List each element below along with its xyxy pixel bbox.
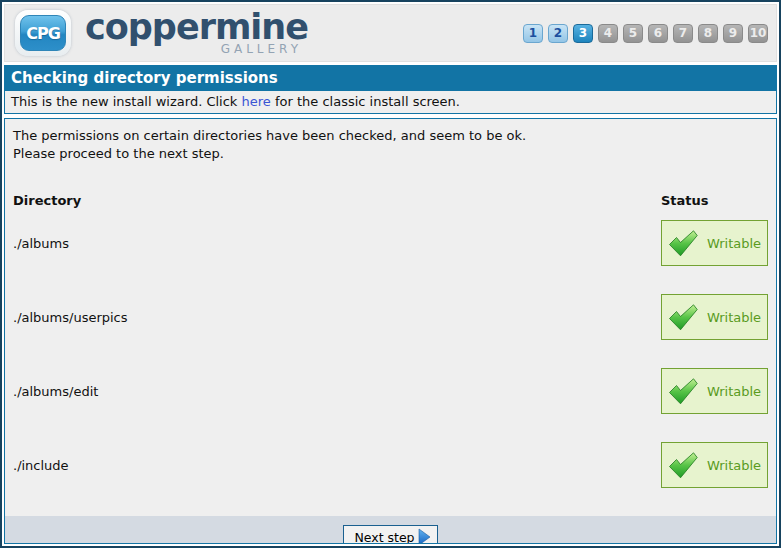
status-badge: Writable <box>661 294 768 340</box>
status-label: Writable <box>707 236 761 251</box>
main-box: The permissions on certain directories h… <box>4 118 777 544</box>
directory-path: ./albums/userpics <box>13 310 128 325</box>
check-icon <box>668 230 698 257</box>
step-indicator[interactable]: 4 <box>598 24 618 43</box>
step-indicator[interactable]: 1 <box>523 24 543 43</box>
cpg-logo: CPG <box>15 10 71 56</box>
step-indicator[interactable]: 10 <box>748 24 768 43</box>
logo-area: CPG coppermine GALLERY <box>15 10 308 56</box>
column-header-status: Status <box>661 193 768 208</box>
title-box: Checking directory permissions This is t… <box>4 65 777 114</box>
directory-path: ./albums <box>13 236 69 251</box>
brand: coppermine GALLERY <box>85 10 308 56</box>
next-arrow-icon <box>418 528 431 544</box>
check-icon <box>668 378 698 405</box>
next-step-button[interactable]: Next step <box>343 525 437 544</box>
page-title: Checking directory permissions <box>5 66 776 91</box>
content-area: The permissions on certain directories h… <box>5 119 776 516</box>
brand-subtitle: GALLERY <box>221 42 302 56</box>
directory-path: ./include <box>13 458 69 473</box>
step-indicator[interactable]: 5 <box>623 24 643 43</box>
step-indicator[interactable]: 7 <box>673 24 693 43</box>
cpg-logo-badge: CPG <box>20 15 66 51</box>
check-icon <box>668 304 698 331</box>
table-header-row: Directory Status <box>13 193 768 208</box>
status-label: Writable <box>707 384 761 399</box>
footer-bar: Next step <box>5 516 776 544</box>
notice-text-after: for the classic install screen. <box>271 94 460 109</box>
status-label: Writable <box>707 458 761 473</box>
status-label: Writable <box>707 310 761 325</box>
table-row: ./include Writable <box>13 442 768 488</box>
install-wizard-page: CPG coppermine GALLERY 1 2 3 4 5 6 7 <box>0 0 781 548</box>
status-badge: Writable <box>661 220 768 266</box>
intro-line-1: The permissions on certain directories h… <box>13 127 768 145</box>
status-badge: Writable <box>661 368 768 414</box>
step-indicator[interactable]: 6 <box>648 24 668 43</box>
table-row: ./albums/userpics Writable <box>13 294 768 340</box>
check-icon <box>668 452 698 479</box>
step-indicator[interactable]: 8 <box>698 24 718 43</box>
wizard-notice: This is the new install wizard. Click he… <box>5 91 776 113</box>
notice-text-before: This is the new install wizard. Click <box>11 94 242 109</box>
step-indicator[interactable]: 3 <box>573 24 593 43</box>
brand-name: coppermine <box>85 10 308 45</box>
wizard-step-indicator: 1 2 3 4 5 6 7 8 9 10 <box>523 24 768 43</box>
table-row: ./albums Writable <box>13 220 768 266</box>
step-indicator[interactable]: 2 <box>548 24 568 43</box>
app-header: CPG coppermine GALLERY 1 2 3 4 5 6 7 <box>4 4 777 62</box>
column-header-directory: Directory <box>13 193 81 208</box>
directory-path: ./albums/edit <box>13 384 98 399</box>
classic-install-link[interactable]: here <box>242 94 271 109</box>
step-indicator[interactable]: 9 <box>723 24 743 43</box>
status-badge: Writable <box>661 442 768 488</box>
table-row: ./albums/edit Writable <box>13 368 768 414</box>
intro-line-2: Please proceed to the next step. <box>13 145 768 163</box>
next-step-label: Next step <box>354 530 414 544</box>
